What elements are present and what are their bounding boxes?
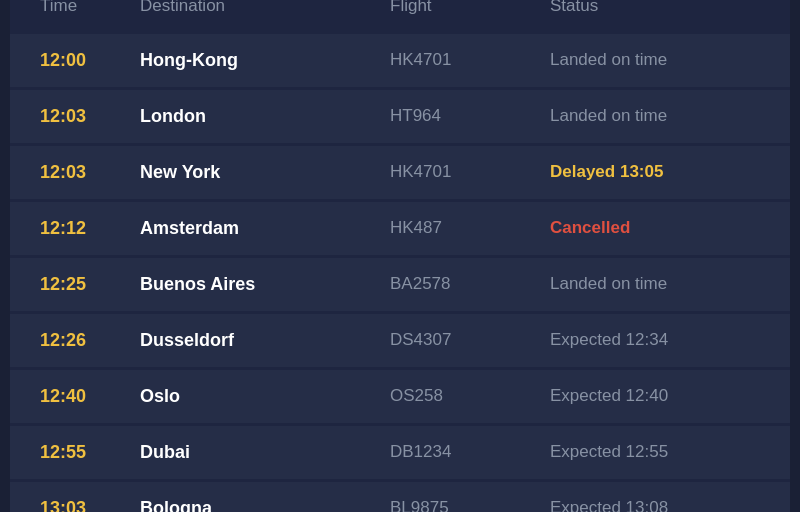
flight-status: Landed on time bbox=[550, 106, 760, 126]
flight-number: HK4701 bbox=[390, 50, 550, 70]
flight-status: Expected 12:34 bbox=[550, 330, 760, 350]
flight-time: 12:03 bbox=[40, 106, 140, 127]
flight-number: DS4307 bbox=[390, 330, 550, 350]
flight-status: Landed on time bbox=[550, 274, 760, 294]
flight-status: Delayed 13:05 bbox=[550, 162, 760, 182]
flight-destination: London bbox=[140, 106, 390, 127]
flight-number: BA2578 bbox=[390, 274, 550, 294]
header-status: Status bbox=[550, 0, 760, 16]
flight-status: Expected 12:40 bbox=[550, 386, 760, 406]
table-row: 12:55 Dubai DB1234 Expected 12:55 bbox=[10, 426, 790, 479]
flight-status: Expected 12:55 bbox=[550, 442, 760, 462]
table-header: Time Destination Flight Status bbox=[10, 0, 790, 34]
flight-time: 12:03 bbox=[40, 162, 140, 183]
flight-status: Expected 13:08 bbox=[550, 498, 760, 512]
flight-destination: New York bbox=[140, 162, 390, 183]
header-destination: Destination bbox=[140, 0, 390, 16]
flight-destination: Dubai bbox=[140, 442, 390, 463]
flight-rows-container: 12:00 Hong-Kong HK4701 Landed on time 12… bbox=[10, 34, 790, 513]
header-flight: Flight bbox=[390, 0, 550, 16]
flight-time: 12:00 bbox=[40, 50, 140, 71]
flight-number: HK4701 bbox=[390, 162, 550, 182]
flight-time: 12:40 bbox=[40, 386, 140, 407]
table-row: 12:03 London HT964 Landed on time bbox=[10, 90, 790, 143]
flight-number: HK487 bbox=[390, 218, 550, 238]
flight-destination: Bologna bbox=[140, 498, 390, 513]
flight-destination: Dusseldorf bbox=[140, 330, 390, 351]
flight-destination: Hong-Kong bbox=[140, 50, 390, 71]
flight-time: 12:12 bbox=[40, 218, 140, 239]
flight-number: OS258 bbox=[390, 386, 550, 406]
flight-destination: Buenos Aires bbox=[140, 274, 390, 295]
flight-number: DB1234 bbox=[390, 442, 550, 462]
flight-number: HT964 bbox=[390, 106, 550, 126]
table-row: 12:12 Amsterdam HK487 Cancelled bbox=[10, 202, 790, 255]
flight-destination: Oslo bbox=[140, 386, 390, 407]
table-row: 12:03 New York HK4701 Delayed 13:05 bbox=[10, 146, 790, 199]
table-row: 12:00 Hong-Kong HK4701 Landed on time bbox=[10, 34, 790, 87]
flight-destination: Amsterdam bbox=[140, 218, 390, 239]
flight-number: BL9875 bbox=[390, 498, 550, 512]
table-row: 12:40 Oslo OS258 Expected 12:40 bbox=[10, 370, 790, 423]
flight-status: Landed on time bbox=[550, 50, 760, 70]
flight-board: Time Destination Flight Status 12:00 Hon… bbox=[10, 0, 790, 512]
flight-time: 12:25 bbox=[40, 274, 140, 295]
table-row: 13:03 Bologna BL9875 Expected 13:08 bbox=[10, 482, 790, 513]
header-time: Time bbox=[40, 0, 140, 16]
flight-time: 12:55 bbox=[40, 442, 140, 463]
flight-status: Cancelled bbox=[550, 218, 760, 238]
flight-time: 13:03 bbox=[40, 498, 140, 513]
table-row: 12:26 Dusseldorf DS4307 Expected 12:34 bbox=[10, 314, 790, 367]
table-row: 12:25 Buenos Aires BA2578 Landed on time bbox=[10, 258, 790, 311]
flight-time: 12:26 bbox=[40, 330, 140, 351]
